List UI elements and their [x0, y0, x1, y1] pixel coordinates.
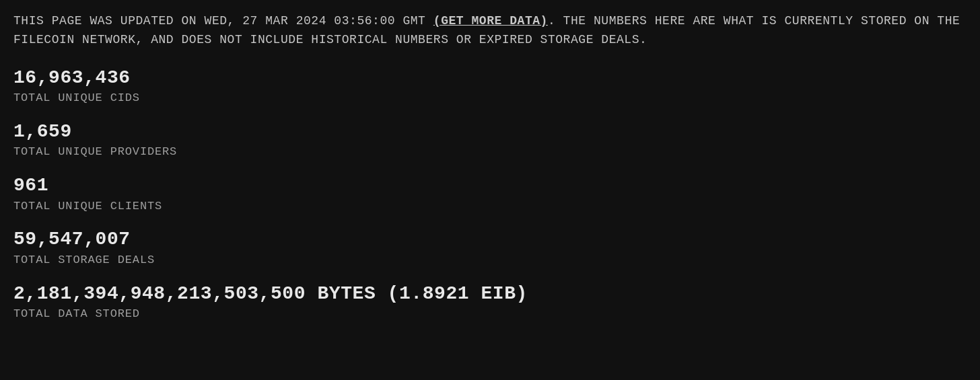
stat-value-total-storage-deals: 59,547,007 — [13, 227, 967, 252]
stat-label-total-unique-cids: TOTAL UNIQUE CIDS — [13, 90, 967, 106]
stat-value-total-data-stored: 2,181,394,948,213,503,500 BYTES (1.8921 … — [13, 282, 967, 306]
stat-label-total-unique-clients: TOTAL UNIQUE CLIENTS — [13, 198, 967, 215]
stat-block-total-unique-clients: 961TOTAL UNIQUE CLIENTS — [13, 174, 967, 214]
stat-label-total-storage-deals: TOTAL STORAGE DEALS — [13, 252, 967, 268]
info-text-before-link: THIS PAGE WAS UPDATED ON WED, 27 MAR 202… — [13, 14, 433, 28]
stat-value-total-unique-clients: 961 — [13, 174, 967, 198]
stat-block-total-unique-providers: 1,659TOTAL UNIQUE PROVIDERS — [13, 120, 967, 160]
stats-container: 16,963,436TOTAL UNIQUE CIDS1,659TOTAL UN… — [13, 66, 967, 322]
stat-value-total-unique-providers: 1,659 — [13, 120, 967, 144]
stat-value-total-unique-cids: 16,963,436 — [13, 66, 967, 90]
stat-block-total-data-stored: 2,181,394,948,213,503,500 BYTES (1.8921 … — [13, 282, 967, 322]
stat-block-total-storage-deals: 59,547,007TOTAL STORAGE DEALS — [13, 227, 967, 268]
stat-label-total-data-stored: TOTAL DATA STORED — [13, 306, 967, 322]
page-info: THIS PAGE WAS UPDATED ON WED, 27 MAR 202… — [13, 12, 967, 50]
stat-block-total-unique-cids: 16,963,436TOTAL UNIQUE CIDS — [13, 66, 967, 106]
get-more-data-link[interactable]: (GET MORE DATA) — [433, 14, 548, 28]
stat-label-total-unique-providers: TOTAL UNIQUE PROVIDERS — [13, 144, 967, 160]
